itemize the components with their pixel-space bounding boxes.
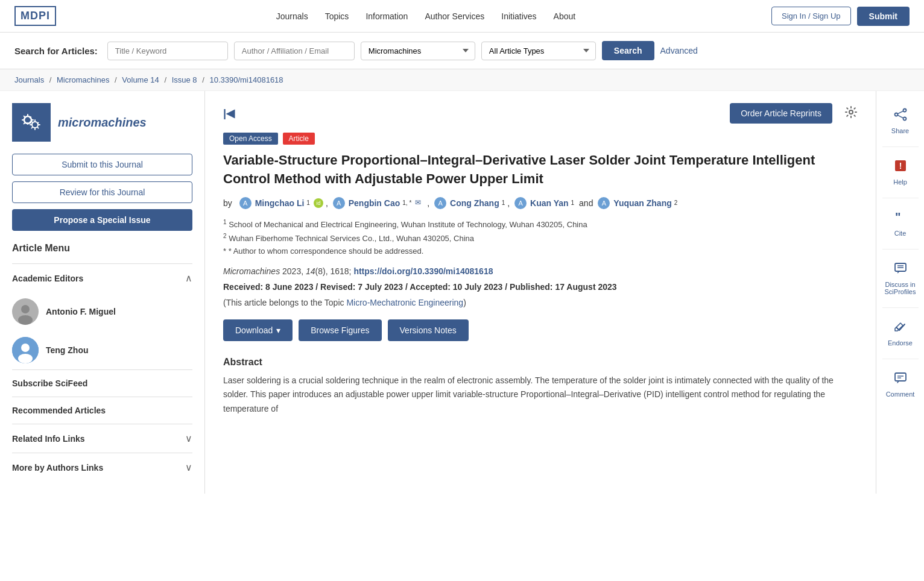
settings-icon[interactable] (844, 105, 858, 122)
search-button[interactable]: Search (602, 41, 654, 60)
topic-link[interactable]: Micro-Mechatronic Engineering (346, 298, 463, 307)
journal-select[interactable]: Micromachines (361, 42, 475, 60)
signin-button[interactable]: Sign In / Sign Up (771, 7, 851, 25)
help-label: Help (893, 178, 907, 186)
nav-about[interactable]: About (554, 11, 576, 21)
doi-link[interactable]: https://doi.org/10.3390/mi14081618 (353, 266, 493, 276)
journal-reference: Micromachines 2023, 14(8), 1618; https:/… (223, 266, 858, 276)
abstract-text: Laser soldering is a crucial soldering t… (223, 374, 858, 416)
download-label: Download (235, 325, 273, 335)
breadcrumb-issue[interactable]: Issue 8 (172, 75, 197, 84)
cite-icon: " (894, 210, 907, 227)
cite-label: Cite (894, 230, 907, 237)
order-reprints-button[interactable]: Order Article Reprints (730, 103, 832, 124)
author-link-2[interactable]: Pengbin Cao (349, 198, 400, 208)
submit-to-journal-button[interactable]: Submit to this Journal (12, 154, 192, 175)
author-affiliation-input[interactable] (234, 42, 355, 60)
submit-nav-button[interactable]: Submit (857, 7, 910, 26)
nav-information[interactable]: Information (365, 11, 408, 21)
academic-editors-chevron[interactable]: ∧ (185, 272, 192, 284)
main-content: |◀ Order Article Reprints Open Access Ar… (205, 91, 876, 494)
action-buttons: Download ▾ Browse Figures Versions Notes (223, 319, 858, 341)
svg-point-6 (21, 344, 30, 352)
recommended-articles-section[interactable]: Recommended Articles (12, 397, 192, 424)
academic-editors-section: Academic Editors ∧ (12, 263, 192, 292)
svg-point-7 (18, 354, 33, 363)
propose-special-issue-button[interactable]: Propose a Special Issue (12, 209, 192, 231)
journal-name: micromachines (58, 116, 147, 130)
nav-topics[interactable]: Topics (325, 11, 349, 21)
related-info-links-label: Related Info Links (12, 434, 85, 444)
search-bar: Search for Articles: Micromachines All A… (0, 33, 924, 69)
email-icon-2[interactable]: ✉ (415, 198, 425, 208)
svg-text:!: ! (899, 161, 902, 171)
related-info-links-section[interactable]: Related Info Links ∨ (12, 424, 192, 453)
comment-icon (894, 371, 907, 388)
left-sidebar: micromachines Submit to this Journal Rev… (0, 91, 205, 494)
breadcrumb-volume[interactable]: Volume 14 (122, 75, 159, 84)
journal-logo-image (12, 103, 51, 142)
top-navigation: MDPI Journals Topics Information Author … (0, 0, 924, 33)
versions-notes-button[interactable]: Versions Notes (388, 319, 469, 341)
title-keyword-input[interactable] (107, 42, 228, 60)
author-icon-1: A (239, 197, 252, 209)
nav-links: Journals Topics Information Author Servi… (80, 11, 771, 21)
abstract-title: Abstract (223, 357, 858, 368)
endorse-label: Endorse (888, 339, 913, 347)
editor-avatar-2 (12, 337, 39, 363)
article-top-bar: |◀ Order Article Reprints (223, 103, 858, 124)
nav-author-services[interactable]: Author Services (425, 11, 484, 21)
svg-point-10 (894, 113, 897, 116)
by-label: by (223, 198, 232, 208)
discuss-button[interactable]: Discuss in SciProfiles (876, 254, 924, 303)
author-icon-3: A (434, 197, 446, 209)
academic-editors-label: Academic Editors (12, 274, 83, 283)
svg-line-12 (897, 111, 903, 114)
breadcrumb: Journals / Micromachines / Volume 14 / I… (0, 69, 924, 91)
svg-text:": " (895, 210, 900, 224)
nav-right: Sign In / Sign Up Submit (771, 7, 910, 26)
help-button[interactable]: ! Help (876, 152, 924, 193)
subscribe-scifeed-section[interactable]: Subscribe SciFeed (12, 369, 192, 397)
review-for-journal-button[interactable]: Review for this Journal (12, 181, 192, 203)
author-link-3[interactable]: Cong Zhang (450, 198, 499, 208)
affiliation-2: 2 Wuhan Fiberhome Technical Services Co.… (223, 231, 858, 245)
cite-button[interactable]: " Cite (876, 203, 924, 244)
author-icon-5: A (598, 197, 610, 209)
orcid-icon-1[interactable]: id (314, 198, 323, 208)
correspondence-note: * * Author to whom correspondence should… (223, 245, 858, 258)
endorse-button[interactable]: Endorse (876, 313, 924, 354)
comment-label: Comment (886, 391, 915, 398)
related-info-chevron[interactable]: ∨ (185, 433, 192, 444)
article-type-badge: Article (283, 133, 315, 145)
mdpi-logo[interactable]: MDPI (14, 6, 56, 26)
more-authors-chevron[interactable]: ∨ (185, 462, 192, 473)
article-type-select[interactable]: All Article Types (481, 42, 596, 60)
download-button[interactable]: Download ▾ (223, 319, 293, 341)
recommended-articles-label: Recommended Articles (12, 406, 106, 415)
article-menu-title: Article Menu (12, 243, 192, 254)
author-icon-2: A (333, 197, 345, 209)
comment-button[interactable]: Comment (876, 364, 924, 405)
author-icon-4: A (514, 197, 527, 209)
breadcrumb-journal[interactable]: Micromachines (57, 75, 109, 84)
dates-line: Received: 8 June 2023 / Revised: 7 July … (223, 282, 858, 292)
breadcrumb-doi[interactable]: 10.3390/mi14081618 (209, 75, 283, 84)
nav-journals[interactable]: Journals (276, 11, 308, 21)
more-by-authors-section[interactable]: More by Authors Links ∨ (12, 453, 192, 482)
author-link-1[interactable]: Mingchao Li (255, 198, 305, 208)
editor-avatar-1 (12, 298, 39, 325)
right-sidebar: Share ! Help " Cite (876, 91, 924, 494)
advanced-search-link[interactable]: Advanced (660, 46, 698, 55)
breadcrumb-journals[interactable]: Journals (14, 75, 44, 84)
discuss-label: Discuss in SciProfiles (881, 281, 919, 295)
article-title: Variable-Structure Proportional–Integral… (223, 151, 858, 189)
share-button[interactable]: Share (876, 101, 924, 142)
svg-point-8 (849, 110, 853, 114)
browse-figures-button[interactable]: Browse Figures (299, 319, 381, 341)
nav-initiatives[interactable]: Initiatives (501, 11, 536, 21)
author-link-5[interactable]: Yuquan Zhang (613, 198, 671, 208)
first-page-icon[interactable]: |◀ (223, 107, 235, 120)
search-label: Search for Articles: (14, 46, 98, 56)
author-link-4[interactable]: Kuan Yan (530, 198, 569, 208)
